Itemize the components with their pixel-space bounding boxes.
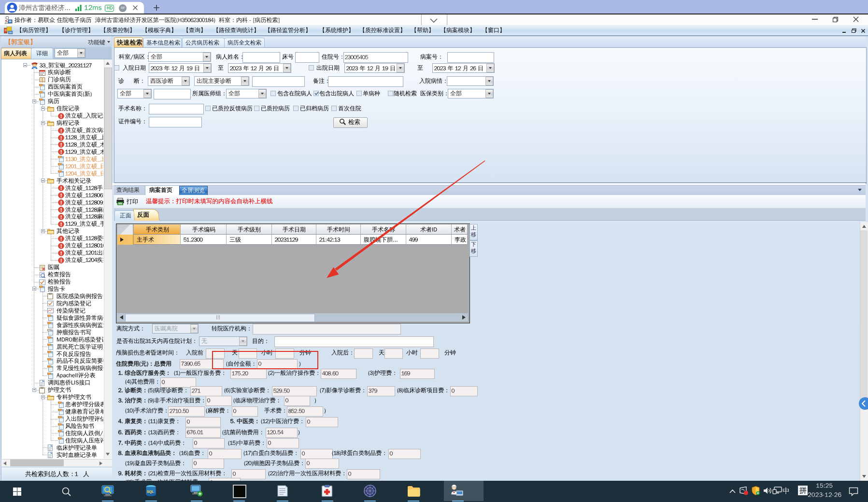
svg-text:SQL: SQL xyxy=(147,490,154,494)
